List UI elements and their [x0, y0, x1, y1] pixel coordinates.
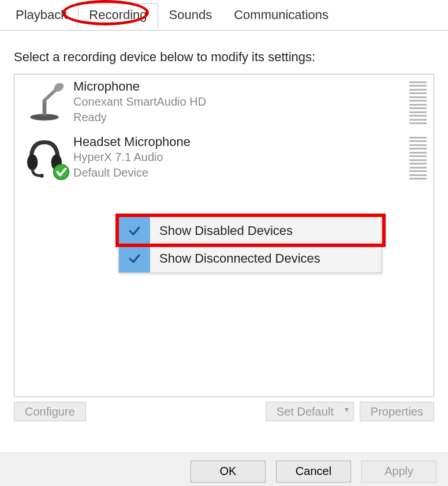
menu-show-disconnected[interactable]: Show Disconnected Devices — [119, 245, 381, 272]
tab-communications[interactable]: Communications — [223, 3, 339, 28]
device-buttons-row: Configure Set Default Properties — [0, 397, 448, 421]
tab-content: Select a recording device below to modif… — [0, 28, 448, 397]
tab-strip: Playback Recording Sounds Communications — [5, 3, 448, 28]
tab-sounds[interactable]: Sounds — [158, 3, 223, 28]
tab-playback[interactable]: Playback — [5, 3, 78, 28]
device-driver: Conexant SmartAudio HD — [73, 94, 409, 110]
level-meter-icon — [409, 81, 427, 124]
level-meter-icon — [409, 137, 427, 180]
device-driver: HyperX 7.1 Audio — [73, 149, 409, 165]
cancel-button[interactable]: Cancel — [276, 461, 351, 483]
menu-show-disabled[interactable]: Show Disabled Devices — [119, 217, 381, 245]
properties-button[interactable]: Properties — [360, 402, 434, 421]
device-name: Headset Microphone — [73, 134, 409, 149]
set-default-button[interactable]: Set Default — [266, 402, 354, 421]
ok-button[interactable]: OK — [191, 461, 266, 483]
device-info: Microphone Conexant SmartAudio HD Ready — [69, 79, 409, 125]
context-menu: Show Disabled Devices Show Disconnected … — [118, 216, 382, 273]
default-check-icon — [53, 163, 70, 181]
configure-button[interactable]: Configure — [14, 402, 86, 421]
device-list[interactable]: Microphone Conexant SmartAudio HD Ready — [14, 74, 434, 397]
tab-recording[interactable]: Recording — [78, 3, 158, 28]
device-status: Default Device — [73, 165, 409, 181]
dialog-footer: OK Cancel Apply — [0, 453, 448, 486]
headset-icon — [20, 134, 69, 180]
device-name: Microphone — [73, 79, 409, 94]
sound-settings-dialog: Playback Recording Sounds Communications… — [0, 3, 448, 486]
svg-point-7 — [54, 165, 69, 180]
instruction-text: Select a recording device below to modif… — [14, 50, 434, 65]
device-row-microphone[interactable]: Microphone Conexant SmartAudio HD Ready — [14, 74, 434, 130]
menu-label: Show Disconnected Devices — [159, 251, 320, 266]
device-info: Headset Microphone HyperX 7.1 Audio Defa… — [69, 134, 409, 181]
checkmark-icon — [119, 217, 150, 245]
svg-point-6 — [40, 174, 44, 178]
device-status: Ready — [73, 110, 409, 125]
device-row-headset[interactable]: Headset Microphone HyperX 7.1 Audio Defa… — [14, 130, 434, 185]
checkmark-icon — [119, 245, 150, 272]
desk-mic-icon — [20, 79, 69, 124]
apply-button[interactable]: Apply — [361, 461, 436, 483]
svg-rect-1 — [43, 100, 47, 116]
menu-label: Show Disabled Devices — [159, 223, 293, 238]
